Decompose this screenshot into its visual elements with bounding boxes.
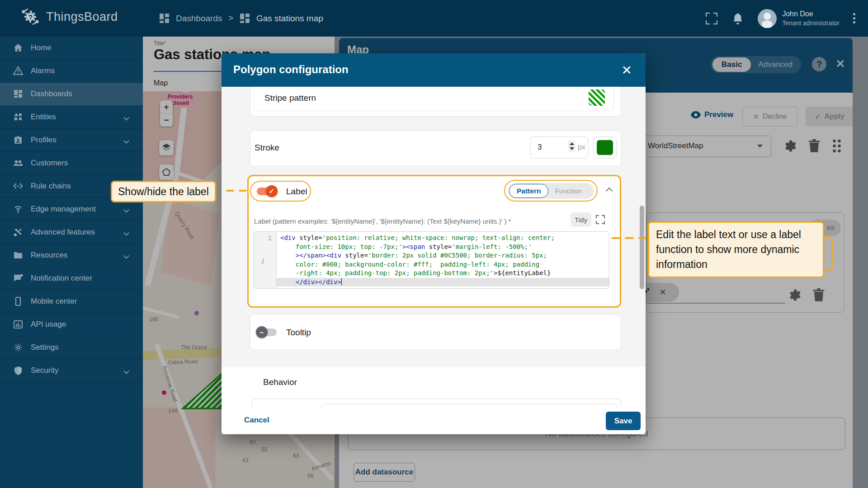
add-datasource-label: Add datasource bbox=[355, 468, 413, 477]
breadcrumb-current-dashboard: Gas stations map bbox=[256, 14, 323, 23]
sidebar-item-dashboards[interactable]: Dashboards bbox=[0, 83, 143, 106]
remove-x-icon[interactable]: ✕ bbox=[659, 287, 666, 297]
dialog-footer: Cancel Save bbox=[222, 408, 646, 434]
sidebar-item-label: API usage bbox=[31, 320, 66, 329]
tooltip-toggle-label: Tooltip bbox=[286, 328, 311, 338]
map-road-label: 55 bbox=[261, 446, 267, 453]
pattern-function-toggle: Pattern Function bbox=[508, 183, 594, 199]
dialog-close-icon[interactable]: ✕ bbox=[622, 63, 632, 78]
map-road-label: 185 bbox=[149, 316, 158, 323]
tooltip-toggle[interactable]: − bbox=[256, 326, 278, 338]
label-pattern-code-editor[interactable]: 1 i <div style='position: relative; whit… bbox=[254, 231, 609, 289]
sidebar-item-label: Alarms bbox=[31, 66, 55, 75]
save-button[interactable]: Save bbox=[606, 412, 641, 430]
map-road-label: Cabra Road bbox=[168, 358, 198, 366]
add-datasource-button[interactable]: Add datasource bbox=[354, 463, 415, 482]
stripe-pattern-swatch[interactable] bbox=[589, 89, 605, 106]
gutter-info-icon: i bbox=[261, 257, 264, 265]
toggle-thumb-minus-icon: − bbox=[256, 326, 268, 338]
home-icon bbox=[13, 42, 24, 53]
behavior-title: Behavior bbox=[263, 377, 297, 387]
dialog-scrollbar[interactable] bbox=[640, 206, 644, 289]
breadcrumb-dashboards[interactable]: Dashboards bbox=[176, 14, 222, 23]
decline-x-icon: ✕ bbox=[753, 113, 759, 121]
polygon-configuration-dialog: Stripe pattern Stroke 3 px ✓ Label Patte… bbox=[222, 53, 646, 434]
code-line: font-size: 10px; top: -7px;'><span style… bbox=[277, 243, 609, 252]
sidebar-item-label: Security bbox=[31, 366, 58, 375]
polygon-icon bbox=[162, 168, 171, 177]
more-options-icon[interactable] bbox=[853, 13, 855, 23]
widget-config-close-icon[interactable]: ✕ bbox=[835, 57, 845, 70]
notification-icon bbox=[13, 273, 24, 284]
sidebar-item-label: Resources bbox=[31, 251, 67, 260]
eye-icon bbox=[691, 111, 701, 118]
user-name: John Doe bbox=[782, 10, 840, 18]
sidebar-item-entities[interactable]: Entities bbox=[0, 106, 143, 129]
map-road-label: 43 bbox=[242, 457, 248, 464]
tutorial-callout-edit-label: Edit the label text or use a label funct… bbox=[648, 221, 824, 278]
sidebar-item-security[interactable]: Security bbox=[0, 359, 143, 382]
tidy-button[interactable]: Tidy bbox=[571, 212, 591, 227]
stroke-color-swatch bbox=[597, 140, 613, 155]
code-line: color: #000; background-color: #fff; pad… bbox=[277, 260, 609, 269]
pattern-tab[interactable]: Pattern bbox=[509, 184, 548, 198]
dialog-title: Polygon configuration bbox=[233, 63, 349, 76]
sidebar-item-label: Edge management bbox=[31, 205, 96, 214]
map-provider-value: WorldStreetMap bbox=[648, 141, 703, 150]
basic-tab[interactable]: Basic bbox=[712, 57, 751, 72]
map-layers-button[interactable] bbox=[159, 140, 174, 155]
title-field-label: Title* bbox=[154, 40, 166, 47]
map-draw-polygon-button[interactable] bbox=[159, 164, 174, 180]
layer-delete-trash-icon[interactable] bbox=[812, 288, 826, 302]
sidebar-item-resources[interactable]: Resources bbox=[0, 244, 143, 267]
preview-label: Preview bbox=[704, 110, 733, 119]
map-section-label: Map bbox=[154, 79, 168, 87]
rule-chains-icon bbox=[13, 181, 24, 192]
logo[interactable]: ? ThingsBoard bbox=[20, 6, 118, 27]
user-menu[interactable]: John Doe Tenant administrator bbox=[758, 9, 840, 28]
apply-button[interactable]: ✓ Apply bbox=[806, 107, 853, 127]
tutorial-callout-show-hide-label: Show/hide the label bbox=[111, 181, 216, 202]
chevron-down-icon bbox=[123, 253, 129, 259]
layer-settings-gear-icon[interactable] bbox=[788, 288, 802, 302]
help-icon[interactable]: ? bbox=[812, 57, 826, 71]
fullscreen-icon[interactable] bbox=[705, 12, 718, 25]
sidebar-item-api-usage[interactable]: API usage bbox=[0, 313, 143, 336]
sidebar-item-mobile-center[interactable]: Mobile center bbox=[0, 290, 143, 313]
sidebar-item-home[interactable]: Home bbox=[0, 37, 143, 60]
zoom-out-button[interactable]: − bbox=[160, 113, 173, 127]
notifications-bell-icon[interactable] bbox=[731, 12, 744, 25]
avatar[interactable] bbox=[758, 9, 777, 28]
stroke-width-input[interactable]: 3 px bbox=[530, 136, 589, 159]
stroke-color-picker[interactable] bbox=[593, 136, 617, 159]
drag-handle-icon[interactable] bbox=[830, 139, 844, 153]
sidebar-item-advanced-features[interactable]: Advanced features bbox=[0, 221, 143, 244]
function-tab[interactable]: Function bbox=[548, 187, 588, 195]
callout-text: Show/hide the label bbox=[118, 186, 209, 197]
sidebar-item-label: Rule chains bbox=[31, 182, 71, 191]
map-road-label: 63 bbox=[293, 453, 299, 459]
zoom-in-button[interactable]: + bbox=[160, 100, 173, 113]
sidebar-item-profiles[interactable]: Profiles bbox=[0, 129, 143, 152]
mobile-icon bbox=[13, 296, 24, 307]
preview-button[interactable]: Preview bbox=[691, 110, 733, 119]
label-toggle[interactable]: ✓ bbox=[256, 185, 278, 197]
sidebar-item-alarms[interactable]: Alarms bbox=[0, 60, 143, 83]
settings-icon bbox=[13, 342, 24, 353]
sidebar-item-customers[interactable]: Customers bbox=[0, 152, 143, 175]
decline-button[interactable]: ✕ Decline bbox=[742, 107, 797, 127]
cancel-button[interactable]: Cancel bbox=[244, 416, 269, 425]
sidebar-item-notification-center[interactable]: Notification center bbox=[0, 267, 143, 290]
dashboard-grid-icon bbox=[240, 13, 250, 23]
stroke-width-stepper[interactable] bbox=[568, 141, 576, 152]
toggle-thumb-check-icon: ✓ bbox=[266, 185, 278, 197]
sidebar-item-settings[interactable]: Settings bbox=[0, 336, 143, 359]
chevron-down-icon bbox=[123, 207, 129, 213]
provider-delete-trash-icon[interactable] bbox=[807, 139, 821, 153]
provider-settings-gear-icon[interactable] bbox=[784, 139, 797, 153]
edge-icon bbox=[13, 204, 24, 215]
stroke-width-value: 3 bbox=[538, 143, 542, 152]
advanced-tab[interactable]: Advanced bbox=[751, 60, 800, 69]
code-fullscreen-icon[interactable] bbox=[596, 215, 605, 224]
apply-check-icon: ✓ bbox=[815, 113, 821, 121]
